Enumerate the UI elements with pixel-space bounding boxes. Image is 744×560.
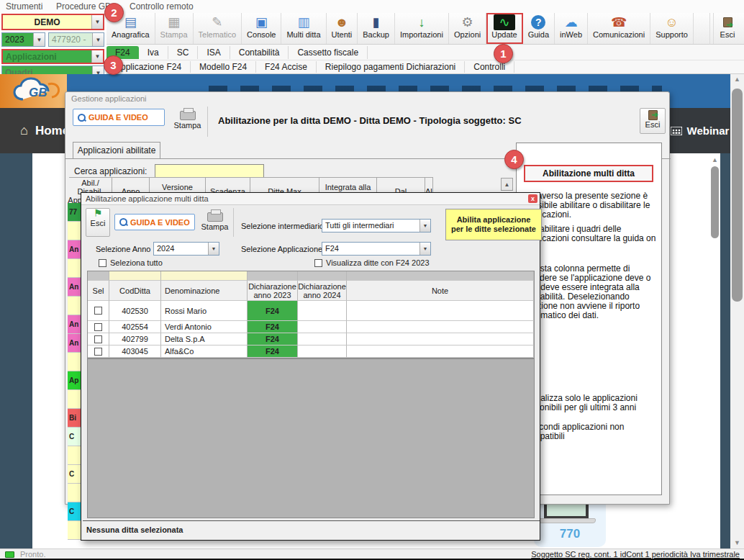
checkbox-icon[interactable]	[94, 335, 102, 343]
esci-window-button[interactable]: Esci	[640, 108, 666, 134]
row-select-cell[interactable]	[88, 301, 109, 321]
application-strip-cell[interactable]: 77	[68, 203, 81, 222]
application-strip-cell[interactable]	[68, 484, 81, 502]
application-strip-cell[interactable]: Bi	[68, 409, 81, 428]
col-denominazione[interactable]: Denominazione	[161, 281, 248, 301]
applicazione-combo[interactable]: F24 ▼	[322, 242, 431, 256]
application-strip-cell[interactable]: C	[68, 502, 81, 521]
module-tab[interactable]: ISA	[198, 46, 230, 59]
col-note[interactable]: Note	[347, 281, 534, 301]
checkbox-icon[interactable]	[94, 307, 102, 315]
module-tab[interactable]: Contabilità	[230, 46, 289, 59]
page-scrollbar[interactable]: ▲ ▼	[730, 74, 744, 548]
guida-e-video-button[interactable]: GUIDA E VIDEO	[73, 109, 165, 126]
row-select-cell[interactable]	[88, 321, 109, 333]
application-strip-cell[interactable]	[68, 222, 81, 240]
chevron-down-icon[interactable]: ▼	[91, 15, 103, 29]
toolbar-button[interactable]: ☎ Comunicazioni	[588, 13, 650, 44]
application-strip-cell[interactable]	[68, 353, 81, 371]
application-strip-cell[interactable]: An	[68, 240, 81, 259]
application-strip-cell[interactable]	[68, 297, 81, 315]
company-row[interactable]: 402530 Rossi Mario F24	[88, 301, 534, 321]
scroll-up-icon[interactable]: ▲	[730, 74, 744, 85]
section-tab[interactable]: Controlli	[465, 61, 514, 73]
anno-combo[interactable]: 2024 ▼	[153, 242, 219, 256]
col-dichiarazione-2023[interactable]: Dichiarazione anno 2023	[248, 281, 298, 301]
row-select-cell[interactable]	[88, 333, 109, 346]
application-strip-cell[interactable]: C	[68, 428, 81, 446]
chevron-down-icon[interactable]: ▼	[419, 220, 430, 232]
code-selector[interactable]: 477920 - ▼	[48, 32, 104, 47]
checkbox-icon[interactable]	[99, 259, 106, 267]
application-strip-cell[interactable]: An	[68, 278, 81, 297]
module-tab[interactable]: Cassetto fiscale	[289, 46, 368, 59]
toolbar-button[interactable]: ↓ Importazioni	[395, 13, 449, 44]
col-codditta[interactable]: CodDitta	[109, 281, 161, 301]
intermediario-combo[interactable]: Tutti gli intermediari ▼	[322, 219, 431, 232]
esci-toolbar-button[interactable]: Esci	[713, 13, 741, 44]
section-tab[interactable]: Modello F24	[191, 61, 256, 73]
seleziona-tutto-checkbox[interactable]: Seleziona tutto	[99, 258, 163, 267]
chevron-down-icon[interactable]: ▼	[91, 50, 103, 63]
company-row[interactable]: 402799 Delta S.p.A F24	[88, 333, 534, 346]
search-input[interactable]	[155, 164, 264, 178]
panel-scrollbar[interactable]: ▲	[709, 155, 720, 500]
chevron-down-icon[interactable]: ▼	[419, 243, 430, 255]
application-strip-cell[interactable]	[68, 446, 81, 465]
checkbox-icon[interactable]	[94, 348, 102, 356]
scroll-down-icon[interactable]: ▼	[730, 538, 744, 548]
toolbar-button[interactable]: ☁ inWeb	[555, 13, 588, 44]
close-icon[interactable]: x	[528, 194, 537, 203]
toolbar-button[interactable]: ? Guida	[523, 13, 555, 44]
application-strip-cell[interactable]	[68, 259, 81, 278]
scrollbar-thumb[interactable]	[711, 166, 719, 238]
application-strip-cell[interactable]	[68, 521, 81, 540]
chevron-down-icon[interactable]: ▼	[33, 33, 45, 46]
application-strip-cell[interactable]: An	[68, 315, 81, 334]
application-strip-cell[interactable]: An	[68, 334, 81, 353]
toolbar-button[interactable]: ▥ Multi ditta	[281, 13, 326, 44]
chevron-down-icon[interactable]: ▼	[208, 243, 219, 255]
company-row[interactable]: 403045 Alfa&Co F24	[88, 346, 534, 358]
chevron-down-icon[interactable]: ▼	[92, 33, 104, 46]
scrollbar-thumb[interactable]	[732, 89, 743, 302]
application-strip-cell[interactable]: C	[68, 465, 81, 484]
toolbar-button[interactable]: ∿ Update	[486, 13, 522, 44]
webinar-nav[interactable]: Webinar	[669, 108, 730, 153]
year-selector[interactable]: 2023 ▼	[1, 32, 45, 47]
toolbar-button[interactable]: ▦ Stampa	[155, 13, 194, 44]
row-select-cell[interactable]	[88, 346, 109, 358]
abilitazione-multi-ditta-label[interactable]: Abilitazione multi ditta	[524, 165, 653, 182]
tab-applicazioni-abilitate[interactable]: Applicazioni abilitate	[73, 142, 160, 158]
checkbox-icon[interactable]	[94, 323, 102, 331]
dialog-guida-e-video-button[interactable]: GUIDA E VIDEO	[114, 214, 195, 230]
dialog-esci-button[interactable]: ⚑ Esci	[86, 208, 110, 237]
company-selector[interactable]: DEMO ▼	[1, 14, 104, 30]
dialog-titlebar[interactable]: Abilitazione applicazione multi ditta x	[81, 193, 540, 205]
stampa-button[interactable]: Stampa	[173, 107, 208, 137]
module-tab[interactable]: SC	[168, 46, 199, 59]
col-dichiarazione-2024[interactable]: Dichiarazione anno 2024	[298, 281, 347, 301]
filter-row[interactable]	[88, 271, 534, 281]
toolbar-button[interactable]: ▮ Backup	[358, 13, 395, 44]
section-tab[interactable]: F24 Accise	[256, 61, 317, 73]
application-strip-cell[interactable]	[68, 390, 81, 409]
col-sel[interactable]: Sel	[88, 281, 109, 301]
toolbar-button[interactable]: ☻ Utenti	[327, 13, 358, 44]
scroll-up-icon[interactable]: ▲	[709, 155, 720, 166]
menu-controllo-remoto[interactable]: Controllo remoto	[130, 1, 194, 12]
menu-strumenti[interactable]: Strumenti	[6, 1, 42, 12]
section-tab[interactable]: Riepilogo pagamenti Dichiarazioni	[317, 61, 465, 73]
checkbox-icon[interactable]	[314, 259, 322, 267]
toolbar-button[interactable]: ✎ Telematico	[194, 13, 242, 44]
toolbar-button[interactable]: ▣ Console	[242, 13, 281, 44]
toolbar-button[interactable]: ☺ Supporto	[650, 13, 694, 44]
abilita-applicazione-button[interactable]: Abilita applicazione per le ditte selezi…	[445, 209, 542, 240]
dialog-stampa-button[interactable]: Stampa	[201, 208, 234, 237]
application-strip-cell[interactable]: Ap	[68, 371, 81, 390]
table-scroll-up-icon[interactable]: ▲	[501, 178, 513, 191]
module-tab[interactable]: Iva	[139, 46, 168, 59]
menu-procedure-gb[interactable]: Procedure GB	[56, 1, 111, 12]
visualizza-ditte-checkbox[interactable]: Visualizza ditte con F24 2023	[314, 258, 430, 267]
toolbar-button[interactable]: ⚙ Opzioni	[449, 13, 486, 44]
